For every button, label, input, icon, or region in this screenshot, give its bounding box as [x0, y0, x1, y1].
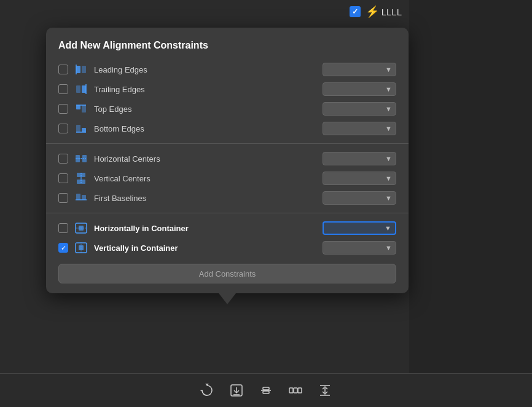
vertically-container-arrow: ▼ [385, 244, 392, 251]
bottom-edges-checkbox[interactable] [58, 124, 68, 133]
panel-arrow [219, 293, 236, 304]
trailing-edges-label: Trailing Edges [94, 85, 316, 94]
divider-1 [46, 143, 409, 144]
horizontally-container-arrow: ▼ [385, 224, 391, 232]
svg-rect-7 [82, 105, 86, 113]
top-edges-dropdown[interactable]: ▼ [323, 102, 396, 116]
horizontal-centers-arrow: ▼ [385, 155, 392, 162]
vertically-container-dropdown[interactable]: ▼ [323, 241, 396, 255]
svg-rect-31 [263, 387, 269, 390]
horizontally-container-checkbox[interactable] [58, 223, 68, 233]
trailing-edges-row[interactable]: Trailing Edges ▼ [46, 79, 409, 99]
vertically-container-label: Vertically in Container [94, 243, 316, 253]
first-baselines-checkbox[interactable] [58, 193, 68, 203]
add-constraints-button[interactable]: Add Constraints [58, 264, 396, 283]
app-icon-symbol: ⚡ [366, 5, 379, 18]
svg-rect-0 [76, 66, 80, 73]
right-panel [409, 0, 532, 407]
horizontal-centers-row[interactable]: Horizontal Centers ▼ [46, 149, 409, 168]
vertical-centers-icon [74, 172, 88, 185]
svg-rect-35 [298, 388, 302, 393]
vertical-centers-dropdown[interactable]: ▼ [323, 172, 396, 185]
svg-rect-34 [294, 388, 297, 393]
top-edges-label: Top Edges [94, 105, 316, 114]
svg-rect-9 [76, 125, 80, 132]
trailing-edges-dropdown[interactable]: ▼ [323, 82, 396, 96]
leading-edges-label: Leading Edges [94, 65, 316, 74]
rotate-toolbar-icon[interactable] [198, 382, 216, 399]
panel-title: Add New Alignment Constraints [46, 40, 409, 60]
distribute-toolbar-icon[interactable] [287, 382, 304, 399]
app-name: LLLL [381, 7, 402, 17]
top-edges-icon [74, 102, 88, 116]
first-baselines-icon [74, 191, 88, 205]
vertical-centers-row[interactable]: Vertical Centers ▼ [46, 168, 409, 188]
svg-rect-4 [82, 85, 86, 93]
vertical-centers-label: Vertical Centers [94, 174, 316, 183]
leading-edges-icon [74, 63, 88, 76]
svg-rect-18 [76, 194, 80, 200]
app-icon-area: ⚡ LLLL [366, 5, 402, 18]
horizontal-centers-checkbox[interactable] [58, 154, 68, 164]
top-edges-row[interactable]: Top Edges ▼ [46, 99, 409, 119]
first-baselines-label: First Baselines [94, 194, 316, 203]
resize-toolbar-icon[interactable] [316, 382, 334, 399]
trailing-edges-arrow: ▼ [385, 85, 392, 93]
horizontally-container-label: Horizontally in Container [94, 224, 316, 233]
vertically-container-row[interactable]: ✓ Vertically in Container ▼ [46, 238, 409, 258]
bottom-edges-dropdown[interactable]: ▼ [323, 122, 396, 135]
svg-rect-19 [82, 195, 86, 200]
svg-rect-6 [76, 105, 80, 109]
add-constraints-label: Add Constraints [199, 269, 256, 279]
first-baselines-row[interactable]: First Baselines ▼ [46, 188, 409, 208]
top-edges-checkbox[interactable] [58, 104, 68, 114]
alignment-constraints-panel: Add New Alignment Constraints Leading Ed… [46, 28, 409, 293]
svg-rect-33 [289, 388, 293, 393]
svg-rect-10 [82, 128, 86, 132]
trailing-edges-checkbox[interactable] [58, 84, 68, 94]
vertically-container-icon [74, 241, 88, 255]
top-bar: ✓ ⚡ LLLL [342, 0, 409, 23]
horizontally-container-row[interactable]: Horizontally in Container ▼ [46, 218, 409, 238]
leading-edges-arrow: ▼ [385, 66, 392, 73]
horizontally-container-icon [74, 221, 88, 235]
horizontal-centers-label: Horizontal Centers [94, 154, 316, 164]
align-toolbar-icon[interactable] [257, 382, 275, 399]
trailing-edges-icon [74, 82, 88, 96]
bottom-edges-row[interactable]: Bottom Edges ▼ [46, 119, 409, 138]
download-toolbar-icon[interactable] [228, 382, 245, 399]
vertical-centers-checkbox[interactable] [58, 173, 68, 183]
horizontal-centers-icon [74, 152, 88, 165]
top-edges-arrow: ▼ [385, 105, 392, 113]
vertically-container-checkbox[interactable]: ✓ [58, 243, 68, 253]
leading-edges-row[interactable]: Leading Edges ▼ [46, 60, 409, 79]
top-checkbox[interactable]: ✓ [350, 6, 361, 17]
leading-edges-checkbox[interactable] [58, 65, 68, 74]
bottom-toolbar [0, 373, 532, 407]
first-baselines-dropdown[interactable]: ▼ [323, 191, 396, 205]
divider-2 [46, 213, 409, 213]
svg-rect-32 [263, 391, 269, 393]
horizontally-container-dropdown[interactable]: ▼ [323, 221, 396, 235]
horizontal-centers-dropdown[interactable]: ▼ [323, 152, 396, 165]
bottom-edges-label: Bottom Edges [94, 124, 316, 133]
svg-rect-3 [76, 85, 80, 93]
bottom-edges-icon [74, 122, 88, 135]
svg-rect-1 [82, 66, 86, 73]
leading-edges-dropdown[interactable]: ▼ [323, 63, 396, 76]
bottom-edges-arrow: ▼ [385, 125, 392, 132]
vertical-centers-arrow: ▼ [385, 175, 392, 182]
first-baselines-arrow: ▼ [385, 194, 392, 202]
